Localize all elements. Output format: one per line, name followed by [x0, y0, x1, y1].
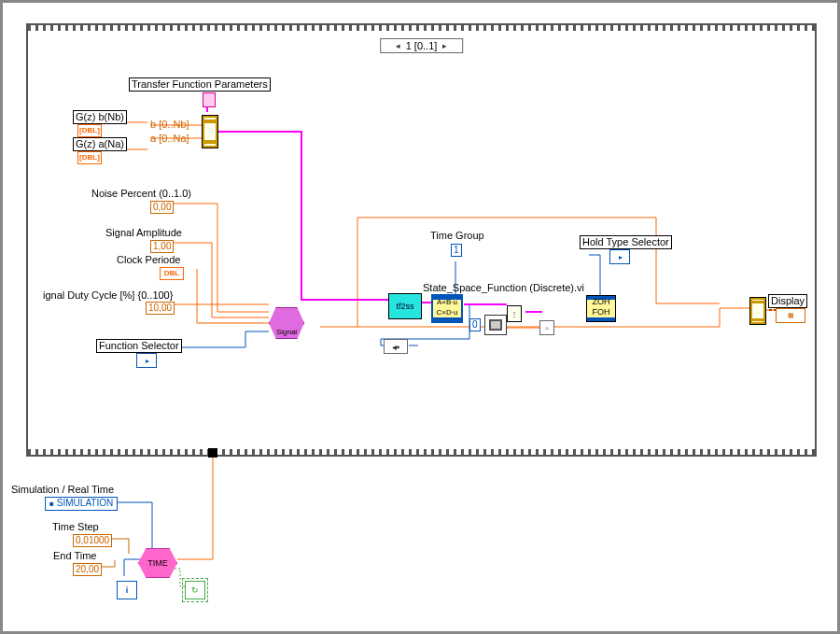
block-diagram-canvas: ◂ 1 [0..1] ▸ [0, 0, 840, 634]
wait-timer-icon[interactable]: ↻ [185, 581, 205, 599]
signal-amplitude-label: Signal Amplitude [105, 227, 182, 238]
case-next-icon[interactable]: ▸ [442, 39, 447, 52]
noise-percent-control[interactable]: 0,00 [150, 201, 174, 214]
state-space-block[interactable]: A×B·u C×D·u [432, 295, 462, 322]
case-selector[interactable]: ◂ 1 [0..1] ▸ [380, 38, 464, 53]
noise-percent-label: Noise Percent (0..1.0) [91, 188, 191, 199]
unbundle-node[interactable]: ⋮ [507, 305, 522, 322]
ss-line2: C×D·u [433, 307, 461, 317]
time-node[interactable]: TIME [138, 548, 177, 578]
gz-a-dbl-icon: [DBL] [77, 151, 102, 164]
case-index-label: 1 [0..1] [406, 39, 438, 52]
a-range-label: a [0..Na] [150, 133, 189, 144]
foh-label: FOH [587, 307, 615, 317]
time-group-control[interactable]: 1 [451, 244, 462, 257]
function-selector-label: Function Selector [96, 339, 182, 353]
function-selector-control[interactable] [136, 353, 157, 368]
tf2ss-block[interactable]: tf2ss [388, 293, 422, 319]
time-group-label: Time Group [430, 230, 484, 241]
clock-period-label: Clock Periode [117, 254, 180, 265]
sim-realtime-control[interactable]: ■SIMULATION [45, 497, 118, 511]
display-bundle-node[interactable] [749, 297, 766, 325]
time-step-label: Time Step [52, 521, 99, 532]
gz-b-label: G(z) b(Nb) [73, 110, 127, 124]
zoh-foh-block[interactable]: ZOH FOH [586, 295, 616, 322]
index-array-node[interactable]: ▫ [539, 320, 554, 335]
bundle-tf-node[interactable] [202, 115, 218, 148]
display-indicator: ▦ [776, 308, 805, 323]
signal-generator-label: Signal [276, 328, 297, 336]
sim-realtime-label: Simulation / Real Time [11, 484, 114, 495]
clock-period-dbl-icon: DBL [160, 267, 184, 280]
feedback-node[interactable]: ◂▪ [384, 339, 408, 354]
loop-tunnel [208, 448, 217, 458]
time-step-control[interactable]: 0,01000 [73, 534, 112, 547]
duty-cycle-label: ignal Duty Cycle [%] {0..100} [43, 289, 173, 301]
zero-constant[interactable]: 0 [469, 318, 481, 331]
end-time-label: End Time [53, 550, 96, 561]
tf-parameters-title: Transfer Function Parameters [129, 77, 271, 92]
signal-generator-node[interactable]: Signal [269, 307, 304, 339]
hold-type-selector-label: Hold Type Selector [580, 235, 672, 249]
duty-cycle-control[interactable]: 10,00 [146, 302, 175, 315]
zoh-label: ZOH [587, 297, 615, 307]
gz-b-dbl-icon: [DBL] [77, 124, 102, 137]
end-time-control[interactable]: 20,00 [73, 563, 102, 576]
signal-amplitude-control[interactable]: 1,00 [150, 240, 174, 253]
hold-type-selector-control[interactable] [609, 249, 630, 264]
display-label: Display [768, 294, 807, 308]
b-range-label: b [0..Nb] [150, 119, 189, 130]
digital-display-icon[interactable] [484, 315, 507, 335]
tf-cluster-icon [203, 92, 216, 107]
gz-a-label: G(z) a(Na) [73, 137, 127, 151]
svg-rect-1 [491, 321, 500, 329]
ss-line1: A×B·u [433, 297, 461, 307]
case-prev-icon[interactable]: ◂ [396, 39, 400, 52]
time-node-label: TIME [147, 558, 168, 568]
iteration-terminal-icon: i [117, 581, 137, 599]
state-space-vi-label: State_Space_Function (Discrete).vi [423, 282, 584, 293]
